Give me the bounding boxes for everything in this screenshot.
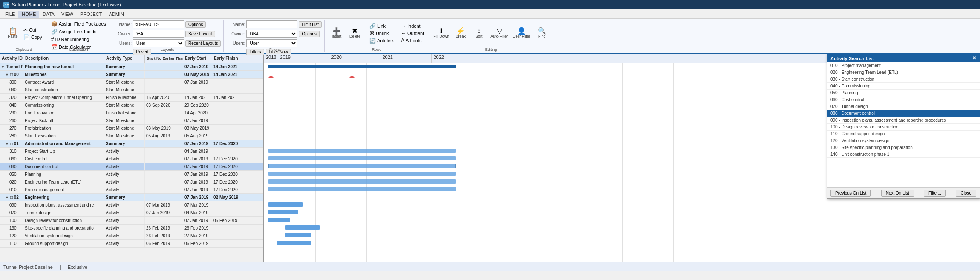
table-row[interactable]: ▼ □ 02 Engineering Summary 07 Jan 2019 0… [0, 194, 263, 201]
close-button[interactable]: Close [956, 190, 976, 197]
layout-options-button[interactable]: Options [185, 21, 206, 28]
break-button[interactable]: ⚡ Break [452, 20, 469, 46]
table-row[interactable]: 060 Cost control Activity 07 Jan 2019 17… [0, 155, 263, 163]
table-row[interactable]: ▼ □ 01 Administration and Management Sum… [0, 140, 263, 148]
list-item[interactable]: 010 - Project management [827, 62, 980, 69]
layout-owner-label: Owner: [114, 32, 132, 36]
previous-on-list-button[interactable]: Previous On List [830, 190, 871, 197]
list-item[interactable]: 060 - Cost control [827, 96, 980, 103]
list-item[interactable]: 040 - Commissioning [827, 83, 980, 90]
table-row[interactable]: 040 Commissioning Start Milestone 03 Sep… [0, 102, 263, 109]
table-row[interactable]: 050 Planning Activity 07 Jan 2019 17 Dec… [0, 171, 263, 178]
paste-button[interactable]: 📋 Paste [4, 20, 21, 46]
list-item[interactable]: 130 - Site-specific planning and prepara… [827, 144, 980, 151]
col-header-activity-id[interactable]: Activity ID [0, 54, 23, 63]
filter-owner-select[interactable]: DBA [246, 30, 297, 38]
fill-down-button[interactable]: ⬇ Fill Down [432, 20, 451, 46]
fonts-button[interactable]: A A Fonts [400, 37, 425, 44]
table-row[interactable]: 300 Contract Award Start Milestone 07 Ja… [0, 79, 263, 86]
cell-activity-id: 100 [0, 217, 23, 224]
table-row[interactable]: 010 Project management Activity 07 Jan 2… [0, 186, 263, 194]
find-button[interactable]: 🔍 Find [533, 20, 551, 46]
menu-view[interactable]: VIEW [58, 11, 77, 18]
filter-button[interactable]: Filter... [924, 190, 946, 197]
layout-owner-input[interactable] [133, 30, 184, 38]
auto-filter-button[interactable]: ▽ Auto Filter [489, 20, 510, 46]
table-row[interactable]: 260 Project Kick-off Start Milestone 07 … [0, 117, 263, 125]
autolink-button[interactable]: 🔄 Autolink [368, 37, 395, 44]
table-row[interactable]: 080 Document control Activity 07 Jan 201… [0, 163, 263, 171]
table-row[interactable]: 100 Design review for construction Activ… [0, 217, 263, 225]
user-filter-button[interactable]: 👤 User Filter [511, 20, 532, 46]
filter-users-select[interactable]: User [246, 39, 297, 47]
cell-type: Activity [104, 232, 145, 239]
delete-button[interactable]: ✖ Delete [346, 20, 363, 46]
copy-button[interactable]: 📄 Copy [22, 34, 43, 41]
table-row[interactable]: 090 Inspection plans, assessment and re … [0, 201, 263, 209]
list-item[interactable]: 030 - Start construction [827, 76, 980, 83]
link-button[interactable]: 🔗 Link [368, 23, 395, 29]
recent-layouts-button[interactable]: Recent Layouts [185, 40, 221, 47]
menu-project[interactable]: PROJECT [77, 11, 105, 18]
calculation-label: Calculation [47, 47, 110, 52]
cell-early-finish [212, 132, 241, 140]
cut-icon: ✂ [23, 27, 28, 33]
menu-data[interactable]: DATA [39, 11, 58, 18]
layout-name-input[interactable] [133, 20, 184, 28]
table-row[interactable]: ▼ □ 00 Milestones Summary 03 May 2019 14… [0, 71, 263, 79]
limit-list-button[interactable]: Limit List [299, 21, 321, 28]
table-row[interactable]: 120 Ventilation system design Activity 2… [0, 232, 263, 240]
list-item[interactable]: 080 - Document control [827, 110, 980, 117]
table-row[interactable]: 030 Start construction Start Milestone [0, 86, 263, 94]
table-row[interactable]: 290 End Excavation Finish Milestone 14 A… [0, 109, 263, 117]
list-item[interactable]: 100 - Design review for construction [827, 124, 980, 131]
title-bar: SP Safran Planner - Tunnel Project Basel… [0, 0, 980, 9]
layout-users-select[interactable]: User [133, 39, 184, 47]
menu-home[interactable]: HOME [18, 11, 39, 18]
table-row[interactable]: 280 Start Excavation Start Milestone 05 … [0, 132, 263, 140]
table-row[interactable]: 270 Prefabrication Start Milestone 03 Ma… [0, 125, 263, 132]
cell-early-start: 04 Mar 2019 [183, 209, 212, 216]
list-item[interactable]: 120 - Ventilation system design [827, 137, 980, 144]
menu-admin[interactable]: ADMIN [105, 11, 127, 18]
panel-list[interactable]: 010 - Project management020 - Engineerin… [827, 62, 980, 187]
expand-icon[interactable]: ▼ [1, 65, 5, 69]
table-row[interactable]: 070 Tunnel design Activity 07 Jan 2019 0… [0, 209, 263, 217]
list-item[interactable]: 140 - Unit construction phase 1 [827, 151, 980, 158]
menu-file[interactable]: FILE [2, 11, 18, 18]
expand-icon[interactable]: ▼ [5, 142, 9, 146]
table-row[interactable]: 020 Engineering Team Lead (ETL) Activity… [0, 178, 263, 186]
cut-button[interactable]: ✂ Cut [22, 26, 43, 33]
table-row[interactable]: 310 Project Start-Up Activity 04 Jan 201… [0, 148, 263, 155]
filter-name-input[interactable] [246, 20, 297, 28]
id-renumbering-button[interactable]: # ID Renumbering [50, 36, 91, 43]
list-item[interactable]: 090 - Inspection plans, assessment and r… [827, 117, 980, 124]
table-row[interactable]: 130 Site-specific planning and preparati… [0, 225, 263, 232]
insert-button[interactable]: ➕ Insert [328, 20, 345, 46]
assign-field-packages-button[interactable]: 📦 Assign Field Packages [50, 20, 107, 27]
list-item[interactable]: 050 - Planning [827, 90, 980, 96]
expand-icon[interactable]: ▼ [5, 73, 9, 77]
next-on-list-button[interactable]: Next On List [881, 190, 914, 197]
table-row[interactable]: 110 Ground support design Activity 06 Fe… [0, 240, 263, 248]
cell-activity-id: 310 [0, 148, 23, 155]
outdent-button[interactable]: ← Outdent [400, 30, 425, 37]
table-row[interactable]: ▼ Tunnel Project Baseline Planning the n… [0, 63, 263, 71]
indent-button[interactable]: → Indent [400, 23, 425, 29]
list-item[interactable]: 110 - Ground support design [827, 131, 980, 137]
sort-button[interactable]: ↕ Sort [470, 20, 487, 46]
filters-options-button[interactable]: Options [299, 31, 319, 37]
cell-early-finish: 17 Dec 2020 [212, 186, 241, 193]
table-row[interactable]: 320 Project Completion/Tunnel Opening Fi… [0, 94, 263, 102]
cell-early-finish: 17 Dec 2020 [212, 163, 241, 170]
break-label: Break [455, 35, 466, 39]
save-layout-button[interactable]: Save Layout [185, 31, 215, 37]
expand-icon[interactable]: ▼ [5, 195, 9, 200]
cell-early-start: 06 Feb 2019 [183, 240, 212, 247]
cell-description: Ventilation system design [23, 232, 104, 239]
unlink-button[interactable]: ⛓ Unlink [368, 30, 395, 37]
assign-link-fields-button[interactable]: 🔗 Assign Link Fields [50, 28, 98, 35]
list-item[interactable]: 070 - Tunnel design [827, 103, 980, 110]
list-item[interactable]: 020 - Engineering Team Lead (ETL) [827, 69, 980, 76]
panel-close-icon[interactable]: ✕ [972, 55, 976, 61]
